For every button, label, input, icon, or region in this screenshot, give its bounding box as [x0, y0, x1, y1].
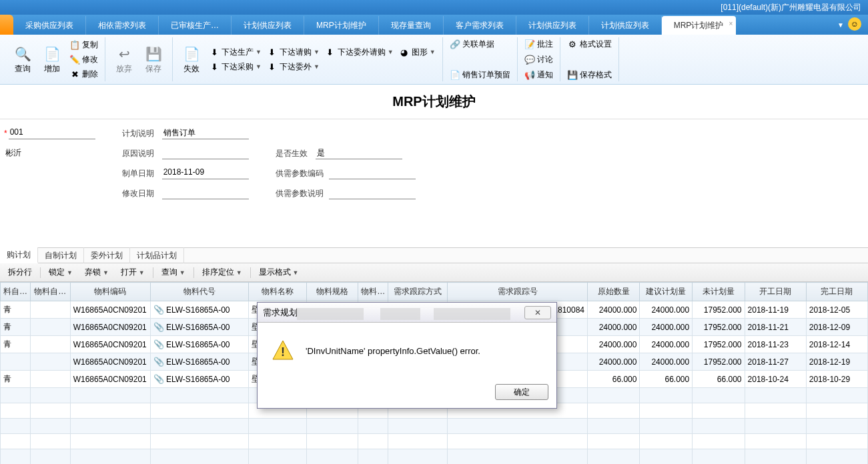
table-row[interactable]: [1, 434, 868, 449]
table-row[interactable]: [1, 449, 868, 465]
chevron-down-icon: ▼: [236, 269, 242, 276]
approve-button[interactable]: 📝批注: [522, 37, 556, 51]
param-code-field[interactable]: [329, 167, 416, 179]
create-date-label: 制单日期: [122, 168, 162, 179]
page-title: MRP计划维护: [0, 85, 868, 119]
effective-field[interactable]: 是: [316, 147, 402, 159]
chevron-down-icon: ▼: [314, 63, 320, 70]
ribbon-toolbar: 🔍查询 📄增加 📋复制 ✏️修改 ✖删除 ↩放弃 💾保存 📄失效 ⬇下达生产▼ …: [0, 35, 868, 85]
invalid-button[interactable]: 📄失效: [177, 39, 206, 79]
code-field[interactable]: 001: [9, 127, 95, 139]
chevron-down-icon: ▼: [388, 49, 394, 55]
tab-mrp-maintain-1[interactable]: MRP计划维护: [304, 16, 379, 35]
issue-outsource-po-button[interactable]: ⬇下达委外请购▼: [322, 45, 396, 59]
col-material-etc[interactable]: 物料…: [358, 283, 388, 301]
col-material-name[interactable]: 物料名称: [248, 283, 306, 301]
copy-button[interactable]: 📋复制: [67, 38, 101, 51]
tab-purchase-supply[interactable]: 采购供应列表: [13, 16, 86, 35]
redacted-region: [297, 308, 364, 320]
bell-icon: 📢: [524, 69, 535, 80]
dialog-ok-button[interactable]: 确定: [495, 384, 548, 400]
tab-plan-supply-1[interactable]: 计划供应列表: [232, 16, 304, 35]
reason-field[interactable]: [162, 147, 249, 159]
issue-outsource-button[interactable]: ⬇下达委外▼: [264, 60, 322, 73]
save-button[interactable]: 💾保存: [139, 39, 168, 79]
link-bill-button[interactable]: 🔗关联单据: [447, 37, 513, 51]
floppy-icon: 💾: [567, 69, 578, 80]
col-suggest-qty[interactable]: 建议计划量: [640, 283, 693, 301]
tab-plan-supply-3[interactable]: 计划供应列表: [589, 16, 662, 35]
unlock-button[interactable]: 弃锁▼: [81, 265, 113, 279]
warning-icon: !: [271, 339, 295, 363]
subtab-self-plan[interactable]: 自制计划: [38, 247, 84, 263]
paperclip-icon: 📎: [153, 374, 164, 384]
floppy-icon: 💾: [144, 45, 163, 63]
home-tab-button[interactable]: [0, 15, 13, 35]
graph-button[interactable]: ◕图形▼: [396, 45, 438, 59]
form-area: * 001 彬沂 计划说明销售订单 原因说明 制单日期2018-11-09 修改…: [0, 119, 868, 207]
view-format-button[interactable]: 显示格式▼: [255, 265, 303, 279]
down-arrow-icon: ⬇: [209, 61, 220, 72]
subtab-planned-item[interactable]: 计划品计划: [130, 247, 184, 263]
discuss-button[interactable]: 💬讨论: [522, 53, 556, 66]
plan-desc-label: 计划说明: [122, 128, 162, 139]
subtab-outsource-plan[interactable]: 委外计划: [84, 247, 130, 263]
col-orig-qty[interactable]: 原始数量: [588, 283, 640, 301]
table-row[interactable]: [1, 419, 868, 434]
notify-button[interactable]: 📢通知: [522, 68, 556, 81]
sort-locate-button[interactable]: 排序定位▼: [198, 265, 246, 279]
tab-stock-query[interactable]: 现存量查询: [379, 16, 444, 35]
tab-customer-demand[interactable]: 客户需求列表: [444, 16, 516, 35]
col-material-code[interactable]: 物料编码: [70, 283, 150, 301]
open-button[interactable]: 打开▼: [117, 265, 149, 279]
tab-overflow-icon[interactable]: ▼: [837, 21, 844, 29]
tab-mrp-maintain-active[interactable]: MRP计划维护×: [662, 16, 737, 35]
split-row-button[interactable]: 拆分行: [4, 265, 36, 279]
plan-desc-field[interactable]: 销售订单: [162, 127, 249, 139]
chat-icon: 💬: [524, 54, 535, 65]
add-button[interactable]: 📄增加: [37, 39, 67, 79]
format-settings-button[interactable]: ⚙格式设置: [564, 37, 614, 51]
col-material-id[interactable]: 物料代号: [150, 283, 248, 301]
col-start-date[interactable]: 开工日期: [745, 283, 806, 301]
release-button[interactable]: ↩放弃: [109, 39, 139, 79]
save-format-button[interactable]: 💾保存格式: [564, 68, 614, 81]
tab-plan-supply-2[interactable]: 计划供应列表: [516, 16, 589, 35]
query-button[interactable]: 🔍查询: [8, 39, 37, 79]
paperclip-icon: 📎: [153, 357, 164, 367]
tab-approved-production[interactable]: 已审核生产…: [159, 16, 232, 35]
user-face-icon[interactable]: ☺: [848, 17, 861, 31]
issue-purchase-button[interactable]: ⬇下达采购▼: [206, 60, 264, 73]
issue-po-button[interactable]: ⬇下达请购▼: [264, 45, 322, 59]
plus-doc-icon: 📄: [43, 45, 61, 63]
grid-query-button[interactable]: 查询▼: [157, 265, 189, 279]
col-material-from1[interactable]: 料自…: [1, 283, 31, 301]
redacted-region: [434, 308, 510, 320]
grid-header-row: 料自… 物料自… 物料编码 物料代号 物料名称 物料规格 物料… 需求跟踪方式 …: [1, 283, 868, 301]
col-track-mode[interactable]: 需求跟踪方式: [388, 283, 448, 301]
tab-dependent-demand[interactable]: 相依需求列表: [86, 16, 159, 35]
modify-date-field[interactable]: [162, 187, 249, 199]
doc-icon: 📄: [450, 69, 460, 80]
delete-button[interactable]: ✖删除: [67, 67, 101, 81]
col-track-no[interactable]: 需求跟踪号: [448, 283, 588, 301]
issue-production-button[interactable]: ⬇下达生产▼: [206, 45, 264, 59]
col-end-date[interactable]: 完工日期: [806, 283, 867, 301]
pie-chart-icon: ◕: [399, 47, 410, 57]
dialog-message: 'DInvUnitName' propertyInfo.GetValue() e…: [306, 346, 480, 356]
create-date-field[interactable]: 2018-11-09: [162, 167, 249, 179]
dialog-close-button[interactable]: ✕: [524, 306, 551, 319]
chevron-down-icon: ▼: [293, 269, 299, 276]
param-desc-field[interactable]: [329, 187, 416, 199]
subtab-purchase-plan[interactable]: 购计划: [0, 247, 38, 263]
close-icon[interactable]: ×: [729, 20, 733, 27]
lock-button[interactable]: 锁定▼: [45, 265, 77, 279]
left-user-text: 彬沂: [4, 147, 91, 159]
col-material-from2[interactable]: 物料自…: [31, 283, 71, 301]
so-preview-button[interactable]: 📄销售订单预留: [447, 68, 513, 81]
down-arrow-icon: ⬇: [267, 61, 278, 72]
col-unplanned-qty[interactable]: 未计划量: [693, 283, 745, 301]
chevron-down-icon: ▼: [256, 49, 262, 55]
modify-button[interactable]: ✏️修改: [67, 53, 101, 66]
col-material-spec[interactable]: 物料规格: [306, 283, 358, 301]
